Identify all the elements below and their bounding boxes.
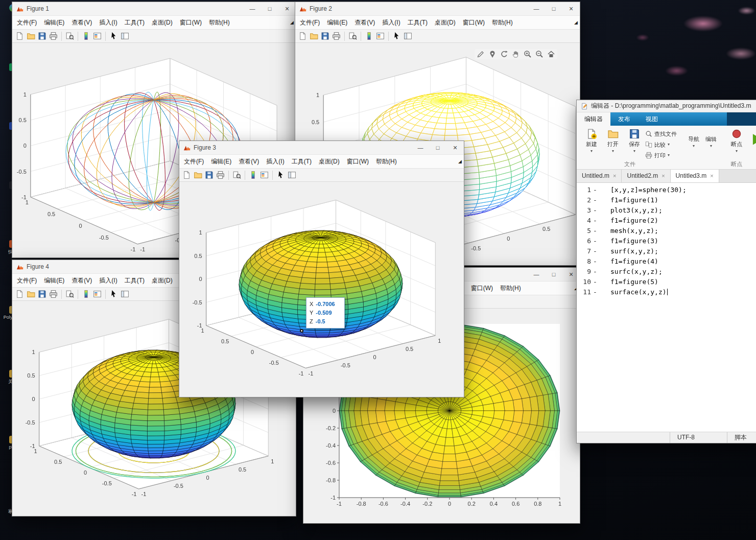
code-line[interactable]: 4 - f1=figure(2)	[577, 216, 756, 226]
save-button[interactable]: 保存 ▾	[624, 126, 645, 161]
print-preview-icon[interactable]	[65, 32, 74, 40]
menu-item[interactable]: 插入(I)	[379, 16, 404, 29]
minimize-button[interactable]: —	[528, 268, 545, 281]
menu-item[interactable]: 查看(V)	[68, 274, 96, 287]
run-button[interactable]	[750, 126, 756, 146]
tab-close-icon[interactable]: ×	[662, 170, 665, 182]
breakpoint-column[interactable]: -	[591, 267, 599, 277]
file-tab-untitled3[interactable]: Untitled3.m ×	[671, 170, 719, 182]
breakpoint-column[interactable]: -	[591, 185, 599, 195]
menu-item[interactable]: 文件(F)	[296, 16, 323, 29]
datatip-icon[interactable]	[488, 50, 497, 58]
menu-item[interactable]: 文件(F)	[13, 16, 40, 29]
plot-browser-icon[interactable]	[121, 32, 129, 40]
print-button[interactable]: 打印 ▾	[645, 151, 679, 159]
print-figure-icon[interactable]	[49, 290, 58, 298]
datatip-marker[interactable]	[300, 329, 303, 333]
breakpoint-column[interactable]: -	[591, 236, 599, 246]
plot-browser-icon[interactable]	[121, 290, 129, 298]
maximize-button[interactable]: □	[429, 141, 446, 154]
edit-plot-pointer-icon[interactable]	[109, 290, 118, 298]
menu-item[interactable]: 编辑(E)	[40, 16, 68, 29]
code-line[interactable]: 1 - [x,y,z]=sphere(30);	[577, 185, 756, 195]
menu-item[interactable]: 编辑(E)	[323, 16, 351, 29]
breakpoint-column[interactable]: -	[591, 216, 599, 226]
menu-item[interactable]: 窗口(W)	[459, 16, 488, 29]
close-button[interactable]: ×	[562, 2, 580, 15]
breakpoint-column[interactable]: -	[591, 287, 599, 297]
plot-browser-icon[interactable]	[288, 171, 296, 179]
print-preview-icon[interactable]	[65, 290, 74, 298]
code-line[interactable]: 5 - mesh(x,y,z);	[577, 226, 756, 236]
navigate-button[interactable]: 导航 ▾	[685, 126, 702, 161]
menu-item[interactable]: 窗口(W)	[176, 16, 205, 29]
brush-icon[interactable]	[477, 50, 485, 58]
menu-item[interactable]: 查看(V)	[68, 16, 96, 29]
tab-close-icon[interactable]: ×	[710, 170, 713, 182]
menu-item[interactable]: 查看(V)	[351, 16, 379, 29]
breakpoint-column[interactable]: -	[591, 195, 599, 205]
insert-colorbar-icon[interactable]	[365, 32, 373, 40]
code-line[interactable]: 8 - f1=figure(4)	[577, 256, 756, 267]
open-file-icon[interactable]	[27, 290, 35, 298]
new-script-button[interactable]: 新建 ▾	[581, 126, 602, 161]
print-figure-icon[interactable]	[49, 32, 58, 40]
menu-item[interactable]: 插入(I)	[96, 274, 121, 287]
code-line[interactable]: 2 - f1=figure(1)	[577, 195, 756, 205]
menu-item[interactable]: 窗口(W)	[343, 155, 372, 168]
menu-item[interactable]: 插入(I)	[263, 155, 288, 168]
menu-item[interactable]: 工具(T)	[121, 16, 148, 29]
maximize-button[interactable]: □	[545, 2, 562, 15]
menu-item[interactable]: 文件(F)	[13, 274, 40, 287]
breakpoint-column[interactable]: -	[591, 226, 599, 236]
menu-item[interactable]: 桌面(D)	[315, 155, 343, 168]
code-line[interactable]: 10 - f1=figure(5)	[577, 277, 756, 287]
insert-colorbar-icon[interactable]	[82, 32, 90, 40]
save-figure-icon[interactable]	[38, 32, 46, 40]
save-figure-icon[interactable]	[38, 290, 46, 298]
edit-plot-pointer-icon[interactable]	[276, 171, 285, 179]
figure-titlebar[interactable]: Figure 3 — □ ×	[179, 141, 464, 155]
new-figure-icon[interactable]	[15, 32, 24, 40]
minimize-button[interactable]: —	[528, 2, 545, 15]
window-matlab-editor[interactable]: 编辑器 - D:\programming\matlab_programming\…	[576, 100, 756, 443]
code-line[interactable]: 7 - surf(x,y,z);	[577, 246, 756, 256]
save-figure-icon[interactable]	[321, 32, 329, 40]
new-figure-icon[interactable]	[182, 171, 191, 179]
ribbon-tab-view[interactable]: 视图	[638, 112, 666, 126]
insert-legend-icon[interactable]	[376, 32, 385, 40]
save-figure-icon[interactable]	[205, 171, 214, 179]
ribbon-tab-editor[interactable]: 编辑器	[577, 112, 610, 126]
menu-item[interactable]: 文件(F)	[180, 155, 207, 168]
editor-titlebar[interactable]: 编辑器 - D:\programming\matlab_programming\…	[577, 100, 756, 112]
code-line[interactable]: 3 - plot3(x,y,z);	[577, 205, 756, 216]
breakpoints-button[interactable]: 断点 ▾	[726, 126, 747, 161]
menu-item[interactable]: 插入(I)	[96, 16, 121, 29]
print-figure-icon[interactable]	[216, 171, 225, 179]
compare-button[interactable]: 比较 ▾	[645, 140, 679, 149]
code-line[interactable]: 6 - f1=figure(3)	[577, 236, 756, 246]
menu-item[interactable]: 帮助(H)	[372, 155, 400, 168]
maximize-button[interactable]: □	[545, 268, 562, 281]
new-figure-icon[interactable]	[298, 32, 307, 40]
open-file-icon[interactable]	[27, 32, 35, 40]
figure3-surf-sphere-canvas[interactable]	[179, 182, 464, 397]
menu-overflow-icon[interactable]: ◢	[574, 20, 578, 25]
pan-icon[interactable]	[512, 50, 520, 58]
menu-item[interactable]: 工具(T)	[121, 274, 148, 287]
menu-item[interactable]: 桌面(D)	[148, 16, 176, 29]
breakpoint-column[interactable]: -	[591, 256, 599, 267]
breakpoint-column[interactable]: -	[591, 246, 599, 256]
menu-item[interactable]: 工具(T)	[404, 16, 431, 29]
menu-item[interactable]: 桌面(D)	[148, 274, 176, 287]
menu-overflow-icon[interactable]: ◢	[290, 20, 294, 25]
open-file-icon[interactable]	[194, 171, 202, 179]
menu-item[interactable]: 工具(T)	[288, 155, 315, 168]
insert-colorbar-icon[interactable]	[82, 290, 90, 298]
datatip-box[interactable]: X -0.7006 Y -0.509 Z -0.5	[306, 297, 345, 328]
insert-colorbar-icon[interactable]	[249, 171, 257, 179]
insert-legend-icon[interactable]	[260, 171, 269, 179]
open-button[interactable]: 打开 ▾	[602, 126, 624, 161]
print-figure-icon[interactable]	[332, 32, 341, 40]
edit-button[interactable]: 编辑 ▾	[702, 126, 720, 161]
